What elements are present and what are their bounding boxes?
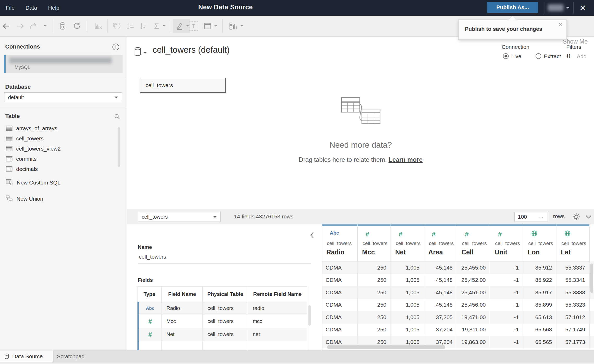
table-list-item-cell_towers_view2[interactable]: cell_towers_view2 — [0, 144, 127, 154]
close-window-button[interactable]: × — [580, 1, 586, 15]
grid-body: CDMA2501,00545,14825,455.00-185.91255.33… — [322, 261, 594, 348]
connection-section-label: Connection — [502, 44, 529, 50]
show-me-panel-caret-icon[interactable] — [241, 25, 243, 28]
datasource-cylinder-icon[interactable] — [134, 47, 141, 57]
apply-arrow-icon[interactable]: → — [538, 213, 544, 220]
sort-ascending-button[interactable] — [127, 16, 134, 36]
redo-icon — [29, 23, 37, 29]
grid-column-header-mcc[interactable]: #cell_towersMcc — [358, 224, 391, 261]
fit-button[interactable] — [204, 16, 212, 36]
column-accent-strip — [358, 224, 391, 226]
totals-button[interactable]: Σ — [154, 16, 159, 36]
learn-more-link[interactable]: Learn more — [388, 156, 423, 163]
remote-field-cell: radio — [248, 302, 307, 315]
extract-radio[interactable] — [536, 53, 541, 59]
highlight-caret-icon[interactable] — [186, 25, 189, 28]
table-list-item-commits[interactable]: commits — [0, 154, 127, 164]
grid-column-header-radio[interactable]: Abccell_towersRadio — [322, 224, 358, 261]
user-menu[interactable] — [548, 4, 563, 11]
column-field-name: Lon — [528, 248, 540, 256]
tooltip-close-icon[interactable]: × — [558, 20, 563, 29]
datasource-caret-icon[interactable] — [143, 52, 147, 55]
number-type-icon: # — [148, 331, 152, 338]
redo-caret-icon[interactable] — [44, 25, 46, 28]
add-connection-button[interactable] — [112, 43, 119, 52]
field-row-net[interactable]: #Netcell_towersnet — [137, 328, 307, 341]
publish-as-button[interactable]: Publish As... — [487, 2, 538, 13]
relationship-canvas: cell_towers (default) Connection Live Ex… — [127, 37, 594, 209]
back-button[interactable] — [2, 16, 10, 36]
row-limit-value: 100 — [518, 214, 527, 220]
table-icon — [6, 146, 13, 151]
field-row-radio[interactable]: AbcRadiocell_towersradio — [137, 302, 307, 315]
live-radio[interactable] — [503, 53, 509, 59]
table-search-button[interactable] — [114, 114, 120, 121]
table-selector-dropdown[interactable]: cell_towers — [138, 212, 221, 222]
tab-scratchpad-label: Scratchpad — [57, 353, 85, 360]
table-list-scrollbar[interactable] — [118, 127, 120, 167]
globe-icon — [531, 233, 538, 237]
refresh-button[interactable] — [73, 16, 81, 36]
grid-column-header-cell[interactable]: #cell_towersCell — [457, 224, 490, 261]
grid-column-header-lon[interactable]: cell_towersLon — [523, 224, 556, 261]
field-row-mcc[interactable]: #Mcccell_towersmcc — [137, 315, 307, 328]
column-table-name: cell_towers — [495, 241, 520, 246]
sort-descending-icon — [140, 22, 148, 30]
fields-scrollbar[interactable] — [308, 305, 311, 326]
collapse-grid-button[interactable] — [585, 215, 592, 220]
grid-cell: CDMA — [322, 286, 358, 299]
table-icon — [6, 166, 13, 172]
grid-cell: -1 — [490, 261, 523, 274]
table-name-input[interactable]: cell_towers — [139, 254, 166, 260]
fields-column-header: Type — [137, 287, 162, 302]
grid-row: CDMA2501,00545,14825,451.00-185.91755.33… — [322, 286, 594, 299]
menu-file[interactable]: File — [6, 5, 15, 11]
chevron-left-icon — [310, 232, 314, 238]
fit-caret-icon[interactable] — [214, 25, 217, 28]
forward-button[interactable] — [16, 16, 24, 36]
fields-column-header: Physical Table — [203, 287, 248, 302]
menu-data[interactable]: Data — [26, 5, 37, 11]
table-node-label: cell_towers — [146, 82, 173, 88]
grid-settings-button[interactable] — [572, 213, 580, 222]
table-list-item-cell_towers[interactable]: cell_towers — [0, 133, 127, 144]
datasource-cylinder-icon — [4, 354, 9, 359]
field-type-cell: # — [139, 328, 162, 341]
grid-row: CDMA2501,00545,14825,452.00-185.92255.33… — [322, 274, 594, 287]
show-me-panel-button[interactable] — [229, 16, 237, 36]
table-node-cell-towers[interactable]: cell_towers — [140, 78, 226, 93]
user-caret-icon — [566, 7, 569, 10]
collapse-panel-button[interactable] — [310, 232, 314, 240]
tab-data-source[interactable]: Data Source — [0, 350, 53, 362]
grid-horizontal-scrollbar[interactable] — [327, 345, 445, 349]
menu-help[interactable]: Help — [48, 5, 59, 11]
connection-item[interactable]: MySQL — [4, 55, 123, 73]
grid-cell: 1,005 — [391, 274, 424, 287]
grid-column-header-unit[interactable]: #cell_towersUnit — [490, 224, 523, 261]
grid-cell: 85.922 — [523, 274, 556, 287]
swap-button[interactable] — [113, 16, 121, 36]
column-field-name: Net — [395, 248, 406, 256]
title-bar: FileDataHelp New Data Source Publish As.… — [0, 0, 594, 16]
highlight-button[interactable] — [176, 16, 183, 36]
database-select[interactable]: default — [4, 92, 122, 102]
redo-button[interactable] — [29, 16, 37, 36]
totals-caret-icon[interactable] — [163, 25, 165, 28]
text-box-button[interactable]: T — [189, 16, 198, 36]
grid-vertical-scrollbar[interactable] — [590, 264, 593, 293]
filters-add-button[interactable]: Add — [577, 53, 586, 59]
grid-column-header-lat[interactable]: cell_towersLat — [556, 224, 590, 261]
new-union-button[interactable]: New Union — [6, 194, 43, 204]
table-list-item-decimals[interactable]: decimals — [0, 164, 127, 174]
row-limit-input[interactable]: 100 → — [514, 212, 547, 222]
clear-sheet-button[interactable] — [94, 16, 103, 36]
new-custom-sql-button[interactable]: New Custom SQL — [6, 177, 61, 188]
tab-scratchpad[interactable]: Scratchpad — [57, 350, 85, 362]
grid-column-header-net[interactable]: #cell_towersNet — [391, 224, 424, 261]
grid-cell: 85.912 — [523, 261, 556, 274]
toolbar-divider — [222, 19, 223, 33]
table-list-item-arrays_of_arrays[interactable]: arrays_of_arrays — [0, 123, 127, 133]
grid-column-header-area[interactable]: #cell_towersArea — [424, 224, 457, 261]
data-source-button[interactable] — [59, 16, 66, 36]
sort-descending-button[interactable] — [140, 16, 148, 36]
